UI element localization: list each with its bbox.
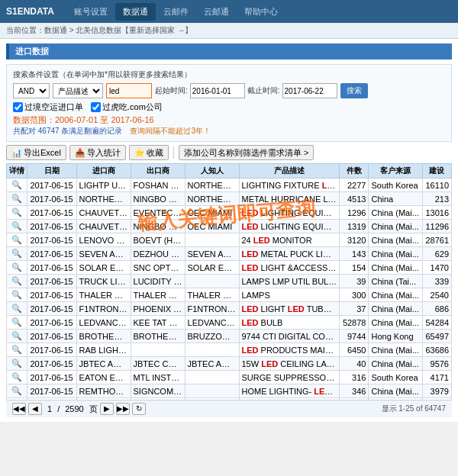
row-exporter: SNC OPTO ELEC...: [131, 261, 185, 275]
row-exporter: THALER ELECTRIC: [131, 288, 185, 302]
nav-item-mail[interactable]: 云邮件: [156, 3, 196, 21]
row-exporter: DEZHOU DODO ...: [131, 247, 185, 261]
row-detail-icon[interactable]: 🔍: [7, 275, 27, 288]
data-range-info: 数据范围：2006-07-01 至 2017-06-16: [13, 115, 154, 124]
row-qty: 37: [340, 302, 369, 316]
row-origin: China (Mai...: [369, 302, 422, 316]
row-qty: 346: [340, 384, 369, 398]
row-buyer: OEC MIAMI: [185, 220, 239, 233]
nav-item-cloud[interactable]: 云邮通: [196, 3, 237, 21]
row-importer: JBTEC AMERICA...: [76, 357, 131, 371]
checkbox-domestic-label[interactable]: 过虎吃.com公司: [91, 101, 163, 113]
toolbar: 📊 导出Excel 📥 导入统计 ⭐ 收藏 添加公司名称到筛选件需求清单 >: [6, 145, 452, 160]
row-importer: LIGHTP UP INC.: [76, 178, 131, 192]
row-detail-icon[interactable]: 🔍: [7, 288, 27, 302]
row-importer: CHAUVET & SON...: [76, 206, 131, 220]
row-detail-icon[interactable]: 🔍: [7, 206, 27, 220]
table-row: 🔍 2017-06-15 RAB LIGHTING INC LED PRODUC…: [7, 343, 452, 357]
row-detail-icon[interactable]: 🔍: [7, 357, 27, 371]
row-detail-icon[interactable]: 🔍: [7, 302, 27, 316]
row-origin: China (Mai...: [369, 233, 422, 247]
nav-item-account[interactable]: 账号设置: [66, 3, 115, 21]
page-last-button[interactable]: ▶▶: [116, 403, 130, 415]
row-buyer: [185, 275, 239, 288]
row-detail-icon[interactable]: 🔍: [7, 247, 27, 261]
row-origin: China: [369, 192, 422, 206]
row-importer: RAB LIGHTING INC: [76, 343, 131, 357]
col-origin: 客户来源: [369, 164, 422, 178]
operator-select[interactable]: AND OR: [13, 83, 50, 98]
nav-item-data[interactable]: 数据通: [115, 3, 156, 21]
row-exporter: BOEVT (HONG K...: [131, 233, 185, 247]
row-detail-icon[interactable]: 🔍: [7, 330, 27, 343]
row-desc: HOME LIGHTING- LED BULBS AND LAMPS HS CO…: [239, 384, 340, 398]
row-date: 2017-06-15: [27, 192, 76, 206]
table-row: 🔍 2017-06-15 JBTEC AMERICA... JBTEC CO.,…: [7, 357, 452, 371]
end-date-input[interactable]: [282, 83, 337, 98]
table-row: 🔍 2017-06-15 CHAUVET & SON... EVENTEC LI…: [7, 206, 452, 220]
row-exporter: SIGNCOMPLEXLTD: [131, 384, 185, 398]
row-detail-icon[interactable]: 🔍: [7, 384, 27, 398]
row-val: 65497: [422, 330, 451, 343]
add-company-button[interactable]: 添加公司名称到筛选件需求清单 >: [179, 145, 314, 160]
row-date: 2017-06-15: [27, 330, 76, 343]
page-number: 1: [44, 404, 55, 413]
page-refresh-button[interactable]: ↻: [132, 403, 146, 415]
row-detail-icon[interactable]: 🔍: [7, 343, 27, 357]
row-importer: TRUCK LITE COM...: [76, 275, 131, 288]
nav-item-help[interactable]: 帮助中心: [237, 3, 285, 21]
field-select[interactable]: 产品描述 进口商 出口商 品名: [53, 83, 103, 98]
table-row: 🔍 2017-06-15 F1NTRONX LLC PHOENIX FOREIG…: [7, 302, 452, 316]
table-row: 🔍 2017-06-15 LIGHTP UP INC. FOSHAN SANSH…: [7, 178, 452, 192]
row-importer: EATON ENTERPR...: [76, 371, 131, 384]
checkbox-domestic[interactable]: [91, 102, 101, 112]
row-buyer: NORTHERN INTE...: [185, 178, 239, 192]
search-button[interactable]: 搜索: [340, 83, 368, 98]
row-val: 4171: [422, 371, 451, 384]
row-exporter: NINGBO HUAMA...: [131, 220, 185, 233]
row-qty: 9744: [340, 330, 369, 343]
import-stats-button[interactable]: 📥 导入统计: [69, 145, 126, 160]
collect-button[interactable]: ⭐ 收藏: [129, 145, 169, 160]
row-detail-icon[interactable]: 🔍: [7, 371, 27, 384]
row-detail-icon[interactable]: 🔍: [7, 192, 27, 206]
row-desc: LAMPS LMP UTIL BULB REPL CHROME KIT LED …: [239, 275, 340, 288]
row-detail-icon[interactable]: 🔍: [7, 261, 27, 275]
pagination: ◀◀ ◀ 1 / 2590 页 ▶ ▶▶ ↻ 显示 1-25 of 64747: [6, 400, 452, 417]
row-desc: LAMPS: [239, 288, 340, 302]
start-date-label: 起始时间:: [155, 85, 188, 96]
row-origin: China (Mai...: [369, 343, 422, 357]
row-val: 629: [422, 247, 451, 261]
row-qty: 1296: [340, 206, 369, 220]
checkbox-customs-label[interactable]: 过境空运进口单: [13, 101, 83, 113]
row-detail-icon[interactable]: 🔍: [7, 316, 27, 330]
keyword-input[interactable]: [106, 83, 152, 98]
search-area: 搜索条件设置（在单词中加*用以获得更多搜索结果） AND OR 产品描述 进口商…: [6, 64, 452, 142]
row-detail-icon[interactable]: 🔍: [7, 178, 27, 192]
page-prev-button[interactable]: ◀: [28, 403, 42, 415]
export-excel-button[interactable]: 📊 导出Excel: [6, 145, 66, 160]
row-desc: LED PRODUCTS MAIN PART PLASTIC PART CART…: [239, 343, 340, 357]
start-date-input[interactable]: [190, 83, 245, 98]
breadcrumb: 当前位置：数据通 > 北美信息数据【重新选择国家 →】: [0, 23, 458, 39]
col-desc: 产品描述: [239, 164, 340, 178]
row-qty: 52878: [340, 316, 369, 330]
row-val: 16110: [422, 178, 451, 192]
row-importer: SOLAR ENERGY ...: [76, 261, 131, 275]
row-buyer: BRUZZONE SHIP...: [185, 330, 239, 343]
checkbox-customs[interactable]: [13, 102, 23, 112]
row-qty: 39: [340, 275, 369, 288]
row-importer: BROTHER INTER...: [76, 330, 131, 343]
row-desc: LED LIGHT LED TUBE LIGHT: [239, 302, 340, 316]
page-next-button[interactable]: ▶: [100, 403, 114, 415]
match-count: 共配对 46747 条满足翻遍的记录: [13, 126, 122, 137]
row-importer: F1NTRONX LLC: [76, 302, 131, 316]
table-row: 🔍 2017-06-15 NORTHERN INTE... NINGBO HUA…: [7, 192, 452, 206]
row-detail-icon[interactable]: 🔍: [7, 233, 27, 247]
import-icon: 📥: [75, 148, 85, 158]
row-qty: 2277: [340, 178, 369, 192]
row-date: 2017-06-15: [27, 178, 76, 192]
row-detail-icon[interactable]: 🔍: [7, 220, 27, 233]
row-date: 2017-06-15: [27, 371, 76, 384]
page-first-button[interactable]: ◀◀: [12, 403, 26, 415]
